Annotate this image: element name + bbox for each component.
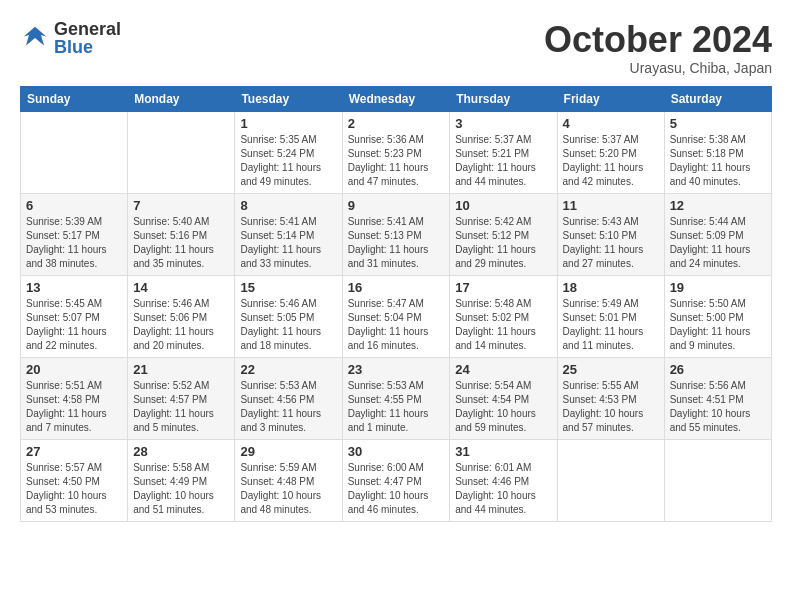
calendar-cell: 8 Sunrise: 5:41 AM Sunset: 5:14 PM Dayli… bbox=[235, 193, 342, 275]
calendar-cell: 16 Sunrise: 5:47 AM Sunset: 5:04 PM Dayl… bbox=[342, 275, 450, 357]
day-number: 1 bbox=[240, 116, 336, 131]
day-info: Sunrise: 5:55 AM Sunset: 4:53 PM Dayligh… bbox=[563, 379, 659, 435]
calendar-cell: 21 Sunrise: 5:52 AM Sunset: 4:57 PM Dayl… bbox=[128, 357, 235, 439]
weekday-header-row: SundayMondayTuesdayWednesdayThursdayFrid… bbox=[21, 86, 772, 111]
month-title: October 2024 bbox=[544, 20, 772, 60]
calendar-cell: 26 Sunrise: 5:56 AM Sunset: 4:51 PM Dayl… bbox=[664, 357, 771, 439]
day-number: 26 bbox=[670, 362, 766, 377]
day-info: Sunrise: 5:59 AM Sunset: 4:48 PM Dayligh… bbox=[240, 461, 336, 517]
logo-text: General Blue bbox=[54, 20, 121, 56]
calendar-week-1: 1 Sunrise: 5:35 AM Sunset: 5:24 PM Dayli… bbox=[21, 111, 772, 193]
day-number: 2 bbox=[348, 116, 445, 131]
title-area: October 2024 Urayasu, Chiba, Japan bbox=[544, 20, 772, 76]
weekday-header-wednesday: Wednesday bbox=[342, 86, 450, 111]
day-info: Sunrise: 5:49 AM Sunset: 5:01 PM Dayligh… bbox=[563, 297, 659, 353]
day-number: 22 bbox=[240, 362, 336, 377]
calendar-week-4: 20 Sunrise: 5:51 AM Sunset: 4:58 PM Dayl… bbox=[21, 357, 772, 439]
weekday-header-friday: Friday bbox=[557, 86, 664, 111]
calendar-cell: 3 Sunrise: 5:37 AM Sunset: 5:21 PM Dayli… bbox=[450, 111, 557, 193]
day-number: 30 bbox=[348, 444, 445, 459]
calendar-cell: 15 Sunrise: 5:46 AM Sunset: 5:05 PM Dayl… bbox=[235, 275, 342, 357]
day-number: 11 bbox=[563, 198, 659, 213]
calendar-cell: 31 Sunrise: 6:01 AM Sunset: 4:46 PM Dayl… bbox=[450, 439, 557, 521]
day-number: 19 bbox=[670, 280, 766, 295]
day-info: Sunrise: 5:48 AM Sunset: 5:02 PM Dayligh… bbox=[455, 297, 551, 353]
calendar-cell: 30 Sunrise: 6:00 AM Sunset: 4:47 PM Dayl… bbox=[342, 439, 450, 521]
day-info: Sunrise: 5:40 AM Sunset: 5:16 PM Dayligh… bbox=[133, 215, 229, 271]
day-number: 16 bbox=[348, 280, 445, 295]
calendar-cell: 17 Sunrise: 5:48 AM Sunset: 5:02 PM Dayl… bbox=[450, 275, 557, 357]
day-number: 21 bbox=[133, 362, 229, 377]
day-number: 3 bbox=[455, 116, 551, 131]
day-info: Sunrise: 5:43 AM Sunset: 5:10 PM Dayligh… bbox=[563, 215, 659, 271]
svg-marker-0 bbox=[24, 27, 47, 46]
calendar-cell: 12 Sunrise: 5:44 AM Sunset: 5:09 PM Dayl… bbox=[664, 193, 771, 275]
calendar-week-3: 13 Sunrise: 5:45 AM Sunset: 5:07 PM Dayl… bbox=[21, 275, 772, 357]
logo-general: General bbox=[54, 20, 121, 38]
calendar-cell bbox=[557, 439, 664, 521]
weekday-header-thursday: Thursday bbox=[450, 86, 557, 111]
calendar-cell: 19 Sunrise: 5:50 AM Sunset: 5:00 PM Dayl… bbox=[664, 275, 771, 357]
weekday-header-sunday: Sunday bbox=[21, 86, 128, 111]
calendar-cell: 23 Sunrise: 5:53 AM Sunset: 4:55 PM Dayl… bbox=[342, 357, 450, 439]
day-info: Sunrise: 6:01 AM Sunset: 4:46 PM Dayligh… bbox=[455, 461, 551, 517]
day-info: Sunrise: 6:00 AM Sunset: 4:47 PM Dayligh… bbox=[348, 461, 445, 517]
calendar-week-5: 27 Sunrise: 5:57 AM Sunset: 4:50 PM Dayl… bbox=[21, 439, 772, 521]
day-info: Sunrise: 5:45 AM Sunset: 5:07 PM Dayligh… bbox=[26, 297, 122, 353]
day-info: Sunrise: 5:39 AM Sunset: 5:17 PM Dayligh… bbox=[26, 215, 122, 271]
calendar-cell: 2 Sunrise: 5:36 AM Sunset: 5:23 PM Dayli… bbox=[342, 111, 450, 193]
day-info: Sunrise: 5:46 AM Sunset: 5:05 PM Dayligh… bbox=[240, 297, 336, 353]
day-info: Sunrise: 5:37 AM Sunset: 5:20 PM Dayligh… bbox=[563, 133, 659, 189]
day-info: Sunrise: 5:41 AM Sunset: 5:13 PM Dayligh… bbox=[348, 215, 445, 271]
calendar-cell: 18 Sunrise: 5:49 AM Sunset: 5:01 PM Dayl… bbox=[557, 275, 664, 357]
day-info: Sunrise: 5:58 AM Sunset: 4:49 PM Dayligh… bbox=[133, 461, 229, 517]
calendar-cell: 29 Sunrise: 5:59 AM Sunset: 4:48 PM Dayl… bbox=[235, 439, 342, 521]
day-number: 5 bbox=[670, 116, 766, 131]
day-number: 20 bbox=[26, 362, 122, 377]
day-number: 31 bbox=[455, 444, 551, 459]
day-info: Sunrise: 5:53 AM Sunset: 4:55 PM Dayligh… bbox=[348, 379, 445, 435]
calendar-cell: 20 Sunrise: 5:51 AM Sunset: 4:58 PM Dayl… bbox=[21, 357, 128, 439]
day-number: 17 bbox=[455, 280, 551, 295]
calendar-cell: 10 Sunrise: 5:42 AM Sunset: 5:12 PM Dayl… bbox=[450, 193, 557, 275]
day-number: 13 bbox=[26, 280, 122, 295]
calendar-cell bbox=[664, 439, 771, 521]
day-info: Sunrise: 5:36 AM Sunset: 5:23 PM Dayligh… bbox=[348, 133, 445, 189]
day-info: Sunrise: 5:56 AM Sunset: 4:51 PM Dayligh… bbox=[670, 379, 766, 435]
calendar-cell: 4 Sunrise: 5:37 AM Sunset: 5:20 PM Dayli… bbox=[557, 111, 664, 193]
day-info: Sunrise: 5:46 AM Sunset: 5:06 PM Dayligh… bbox=[133, 297, 229, 353]
day-number: 14 bbox=[133, 280, 229, 295]
calendar-table: SundayMondayTuesdayWednesdayThursdayFrid… bbox=[20, 86, 772, 522]
day-number: 9 bbox=[348, 198, 445, 213]
logo-blue: Blue bbox=[54, 38, 121, 56]
day-number: 29 bbox=[240, 444, 336, 459]
day-info: Sunrise: 5:54 AM Sunset: 4:54 PM Dayligh… bbox=[455, 379, 551, 435]
calendar-cell: 27 Sunrise: 5:57 AM Sunset: 4:50 PM Dayl… bbox=[21, 439, 128, 521]
calendar-cell bbox=[128, 111, 235, 193]
calendar-cell: 13 Sunrise: 5:45 AM Sunset: 5:07 PM Dayl… bbox=[21, 275, 128, 357]
weekday-header-saturday: Saturday bbox=[664, 86, 771, 111]
calendar-cell: 25 Sunrise: 5:55 AM Sunset: 4:53 PM Dayl… bbox=[557, 357, 664, 439]
calendar-cell: 22 Sunrise: 5:53 AM Sunset: 4:56 PM Dayl… bbox=[235, 357, 342, 439]
day-info: Sunrise: 5:41 AM Sunset: 5:14 PM Dayligh… bbox=[240, 215, 336, 271]
day-info: Sunrise: 5:53 AM Sunset: 4:56 PM Dayligh… bbox=[240, 379, 336, 435]
calendar-cell: 11 Sunrise: 5:43 AM Sunset: 5:10 PM Dayl… bbox=[557, 193, 664, 275]
day-number: 27 bbox=[26, 444, 122, 459]
day-number: 10 bbox=[455, 198, 551, 213]
calendar-cell: 9 Sunrise: 5:41 AM Sunset: 5:13 PM Dayli… bbox=[342, 193, 450, 275]
calendar-cell: 7 Sunrise: 5:40 AM Sunset: 5:16 PM Dayli… bbox=[128, 193, 235, 275]
calendar-cell bbox=[21, 111, 128, 193]
day-info: Sunrise: 5:52 AM Sunset: 4:57 PM Dayligh… bbox=[133, 379, 229, 435]
day-info: Sunrise: 5:51 AM Sunset: 4:58 PM Dayligh… bbox=[26, 379, 122, 435]
page-header: General Blue October 2024 Urayasu, Chiba… bbox=[20, 20, 772, 76]
day-info: Sunrise: 5:57 AM Sunset: 4:50 PM Dayligh… bbox=[26, 461, 122, 517]
day-number: 28 bbox=[133, 444, 229, 459]
calendar-cell: 5 Sunrise: 5:38 AM Sunset: 5:18 PM Dayli… bbox=[664, 111, 771, 193]
day-number: 23 bbox=[348, 362, 445, 377]
day-info: Sunrise: 5:47 AM Sunset: 5:04 PM Dayligh… bbox=[348, 297, 445, 353]
weekday-header-tuesday: Tuesday bbox=[235, 86, 342, 111]
day-info: Sunrise: 5:38 AM Sunset: 5:18 PM Dayligh… bbox=[670, 133, 766, 189]
calendar-cell: 6 Sunrise: 5:39 AM Sunset: 5:17 PM Dayli… bbox=[21, 193, 128, 275]
day-info: Sunrise: 5:37 AM Sunset: 5:21 PM Dayligh… bbox=[455, 133, 551, 189]
calendar-body: 1 Sunrise: 5:35 AM Sunset: 5:24 PM Dayli… bbox=[21, 111, 772, 521]
